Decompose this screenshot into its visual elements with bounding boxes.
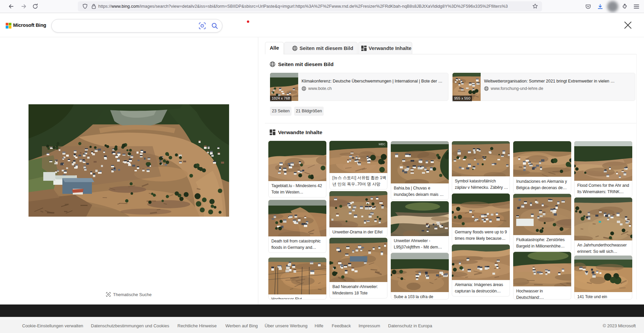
svg-text:MBC: MBC xyxy=(379,143,386,146)
